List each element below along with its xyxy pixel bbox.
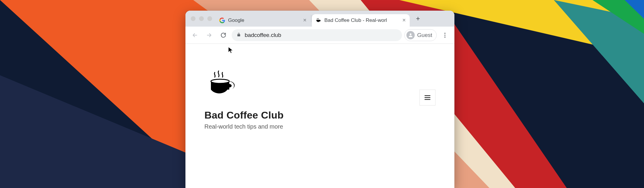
url-input[interactable] xyxy=(245,32,397,38)
window-close-button[interactable] xyxy=(191,16,196,21)
forward-button[interactable] xyxy=(203,29,215,41)
back-button[interactable] xyxy=(189,29,201,41)
window-maximize-button[interactable] xyxy=(207,16,212,21)
reload-button[interactable] xyxy=(217,29,229,41)
google-favicon-icon xyxy=(219,17,225,23)
tab-title: Google xyxy=(228,17,300,23)
coffee-cup-logo-icon xyxy=(204,65,283,102)
avatar-icon xyxy=(406,31,415,39)
profile-chip[interactable]: Guest xyxy=(404,29,437,41)
tab-title: Bad Coffee Club - Real-worl xyxy=(324,17,399,23)
tab-separator xyxy=(311,15,311,22)
window-minimize-button[interactable] xyxy=(199,16,204,21)
tab-strip: Google Bad Coffee Club - Real-worl xyxy=(185,11,454,27)
menu-button[interactable] xyxy=(439,29,451,41)
svg-point-1 xyxy=(444,35,446,36)
coffee-favicon-icon xyxy=(315,17,321,23)
svg-point-0 xyxy=(444,33,446,34)
profile-label: Guest xyxy=(417,32,432,38)
browser-toolbar: Guest xyxy=(185,27,454,44)
svg-point-2 xyxy=(444,36,446,38)
page-viewport: Bad Coffee Club Real-world tech tips and… xyxy=(185,44,454,188)
tab-google[interactable]: Google xyxy=(216,14,310,27)
tab-bad-coffee-club[interactable]: Bad Coffee Club - Real-worl xyxy=(312,14,410,27)
site-tagline: Real-world tech tips and more xyxy=(204,123,283,130)
site-menu-button[interactable] xyxy=(419,90,435,106)
site-brand: Bad Coffee Club Real-world tech tips and… xyxy=(204,65,283,130)
site-header: Bad Coffee Club Real-world tech tips and… xyxy=(185,44,454,130)
site-title: Bad Coffee Club xyxy=(204,109,283,121)
window-controls xyxy=(190,16,216,21)
tab-close-button[interactable] xyxy=(303,18,307,23)
address-bar[interactable] xyxy=(232,29,402,41)
lock-icon xyxy=(236,32,241,38)
browser-window: Google Bad Coffee Club - Real-worl xyxy=(185,11,454,188)
new-tab-button[interactable] xyxy=(413,13,423,24)
tab-close-button[interactable] xyxy=(402,18,406,23)
